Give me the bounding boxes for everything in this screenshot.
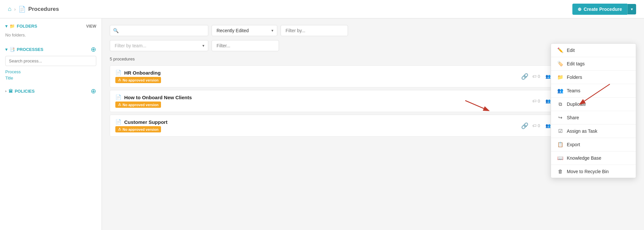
- badge-text-1: No approved version: [123, 103, 158, 107]
- badge-text-0: No approved version: [123, 78, 158, 82]
- sort-select[interactable]: Recently Edited: [212, 25, 277, 36]
- teams-icon: 👥: [557, 88, 564, 94]
- procedure-title-0[interactable]: HR Onboarding: [124, 70, 161, 76]
- dropdown-label-assign-task: Assign as Task: [567, 128, 597, 134]
- breadcrumb: ⌂ › 📄 Procedures: [8, 6, 59, 13]
- share-icon: ↪: [557, 115, 564, 121]
- dropdown-item-recycle-bin[interactable]: 🗑 Move to Recycle Bin: [551, 165, 636, 178]
- search-input-wrap: 🔍: [110, 25, 208, 36]
- warn-icon-1: ⚠: [118, 103, 121, 107]
- sort-select-wrap: Recently Edited: [212, 25, 277, 36]
- processes-icon: 📑: [10, 47, 15, 52]
- policies-add-button[interactable]: ⊕: [91, 87, 96, 95]
- procedure-title-2[interactable]: Customer Support: [124, 119, 168, 125]
- warn-icon-0: ⚠: [118, 78, 121, 82]
- filter-input-2[interactable]: [212, 40, 279, 51]
- folders-view-button[interactable]: VIEW: [86, 24, 96, 29]
- create-plus-icon: ⊕: [578, 7, 582, 12]
- procedure-title-row-1: 📄 How to Onboard New Clients: [115, 94, 528, 100]
- dropdown-label-duplicate: Duplicate: [567, 102, 586, 107]
- create-procedure-btn-group: ⊕ Create Procedure ▾: [572, 4, 636, 15]
- processes-add-button[interactable]: ⊕: [91, 45, 96, 53]
- dropdown-item-duplicate[interactable]: ⧉ Duplicate: [551, 98, 636, 111]
- recycle-bin-icon: 🗑: [557, 169, 564, 174]
- page-title: Procedures: [28, 6, 59, 12]
- dropdown-label-edit: Edit: [567, 48, 575, 53]
- policies-section-header: › 🏛 POLICIES ⊕: [5, 87, 96, 95]
- meta-tags-1: 🏷 0: [532, 99, 540, 104]
- processes-section-header: ▾ 📑 PROCESSES ⊕: [5, 45, 96, 53]
- link-icon-2[interactable]: 🔗: [521, 122, 528, 129]
- procedures-icon: 📄: [18, 6, 26, 13]
- filters-row-1: 🔍 Recently Edited: [110, 25, 636, 36]
- no-approved-badge-1: ⚠ No approved version: [115, 102, 161, 108]
- dropdown-item-export[interactable]: 📋 Export: [551, 138, 636, 151]
- sidebar: ▾ 📁 FOLDERS VIEW No folders. ▾ 📑 PROCESS…: [0, 18, 102, 230]
- create-procedure-button[interactable]: ⊕ Create Procedure: [572, 4, 627, 15]
- meta-tags-2: 🏷 0: [532, 123, 540, 128]
- team-filter-wrap: Filter by team...: [110, 40, 208, 51]
- dropdown-label-recycle-bin: Move to Recycle Bin: [567, 169, 609, 174]
- edit-icon: ✏️: [557, 47, 564, 53]
- policies-chevron: ›: [5, 89, 7, 93]
- policies-title[interactable]: › 🏛 POLICIES: [5, 89, 34, 94]
- edit-tags-icon: 🏷️: [557, 61, 564, 67]
- folders-chevron[interactable]: ▾: [5, 24, 8, 29]
- link-icon-0[interactable]: 🔗: [521, 73, 528, 80]
- procedure-doc-icon-0: 📄: [115, 70, 122, 76]
- folders-icon: 📁: [557, 74, 564, 80]
- procedure-title-row-2: 📄 Customer Support: [115, 119, 517, 125]
- procedure-search-input[interactable]: [110, 25, 208, 36]
- procedure-info-0: 📄 HR Onboarding ⚠ No approved version: [115, 70, 517, 83]
- filter-by-input[interactable]: [281, 25, 348, 36]
- process-link[interactable]: Process: [5, 69, 96, 74]
- search-icon: 🔍: [113, 28, 119, 33]
- processes-chevron[interactable]: ▾: [5, 47, 8, 52]
- procedure-doc-icon-1: 📄: [115, 94, 122, 100]
- procedure-doc-icon-2: 📄: [115, 119, 122, 125]
- meta-tags-0: 🏷 0: [532, 74, 540, 79]
- duplicate-icon: ⧉: [557, 101, 564, 107]
- content-area: 🔍 Recently Edited Filter by team...: [102, 18, 644, 230]
- procedure-title-row-0: 📄 HR Onboarding: [115, 70, 517, 76]
- folders-section-header: ▾ 📁 FOLDERS VIEW: [5, 24, 96, 29]
- knowledge-base-icon: 📖: [557, 155, 564, 161]
- policies-section: › 🏛 POLICIES ⊕: [5, 87, 96, 95]
- assign-task-icon: ☑: [557, 128, 564, 134]
- create-btn-label: Create Procedure: [584, 7, 622, 12]
- dropdown-item-edit[interactable]: ✏️ Edit: [551, 44, 636, 57]
- dropdown-label-teams: Teams: [567, 88, 580, 93]
- no-folders-text: No folders.: [5, 31, 96, 39]
- export-icon: 📋: [557, 142, 564, 148]
- dropdown-label-share: Share: [567, 115, 579, 120]
- top-header: ⌂ › 📄 Procedures ⊕ Create Procedure ▾: [0, 0, 644, 18]
- policies-icon: 🏛: [9, 89, 13, 94]
- create-procedure-dropdown-arrow[interactable]: ▾: [627, 4, 636, 14]
- breadcrumb-separator: ›: [14, 6, 16, 12]
- team-filter-select[interactable]: Filter by team...: [110, 40, 208, 51]
- folder-icon: 📁: [10, 24, 15, 29]
- dropdown-item-knowledge-base[interactable]: 📖 Knowledge Base: [551, 151, 636, 165]
- home-icon[interactable]: ⌂: [8, 6, 12, 12]
- procedure-title-1[interactable]: How to Onboard New Clients: [124, 95, 192, 100]
- procedure-info-1: 📄 How to Onboard New Clients ⚠ No approv…: [115, 94, 528, 108]
- badge-text-2: No approved version: [123, 127, 158, 131]
- no-approved-badge-2: ⚠ No approved version: [115, 126, 161, 132]
- dropdown-item-share[interactable]: ↪ Share: [551, 111, 636, 125]
- dropdown-item-teams[interactable]: 👥 Teams: [551, 84, 636, 98]
- context-dropdown-menu: ✏️ Edit 🏷️ Edit tags 📁 Folders 👥 Teams ⧉: [551, 43, 636, 178]
- dropdown-item-edit-tags[interactable]: 🏷️ Edit tags: [551, 57, 636, 71]
- folders-title: ▾ 📁 FOLDERS: [5, 24, 37, 29]
- content-wrapper: 🔍 Recently Edited Filter by team...: [110, 25, 636, 137]
- title-link[interactable]: Title: [5, 76, 96, 80]
- warn-icon-2: ⚠: [118, 127, 121, 131]
- dropdown-item-assign-task[interactable]: ☑ Assign as Task: [551, 125, 636, 138]
- procedure-info-2: 📄 Customer Support ⚠ No approved version: [115, 119, 517, 132]
- main-layout: ▾ 📁 FOLDERS VIEW No folders. ▾ 📑 PROCESS…: [0, 18, 644, 230]
- dropdown-label-edit-tags: Edit tags: [567, 61, 585, 66]
- dropdown-item-folders[interactable]: 📁 Folders: [551, 71, 636, 84]
- processes-section: ▾ 📑 PROCESSES ⊕ Process Title: [5, 45, 96, 80]
- search-process-input[interactable]: [5, 56, 96, 66]
- dropdown-label-export: Export: [567, 142, 580, 147]
- processes-title: ▾ 📑 PROCESSES: [5, 47, 43, 52]
